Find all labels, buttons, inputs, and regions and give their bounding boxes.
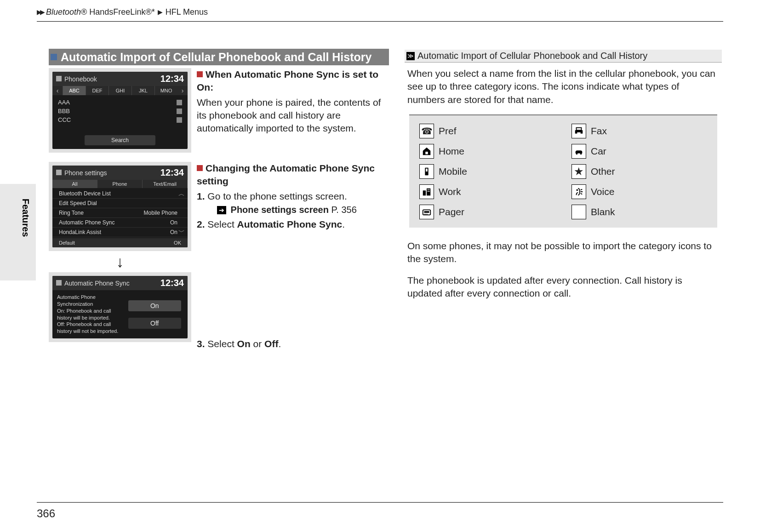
square-bullet-icon <box>197 71 203 77</box>
sidebar-title: ≫ Automatic Import of Cellular Phonebook… <box>405 50 722 63</box>
breadcrumb: ▶▶ Bluetooth ® HandsFreeLink®* ▶ HFL Men… <box>37 5 723 19</box>
triangle-icon: ▶ <box>158 8 163 16</box>
list-item[interactable]: HondaLink AssistOn <box>52 228 188 237</box>
crossref: ➔ Phone settings screen P. 356 <box>217 204 389 216</box>
pref-icon: ☎ <box>419 124 434 138</box>
triangle-icon: ▶▶ <box>37 8 43 16</box>
mobile-icon <box>419 164 434 179</box>
list-item[interactable]: BBB <box>58 107 182 115</box>
list-item[interactable]: Edit Speed Dial <box>52 199 188 208</box>
step3-post: . <box>278 338 281 349</box>
step3-off: Off <box>264 338 278 349</box>
step2-bold: Automatic Phone Sync <box>237 219 343 229</box>
svg-point-5 <box>580 153 582 155</box>
tab-mno[interactable]: MNO <box>154 86 177 95</box>
screenshot-auto-phone-sync: Automatic Phone Sync 12:34 Automatic Pho… <box>49 272 191 342</box>
svg-point-18 <box>425 214 426 215</box>
list-item[interactable]: AAA <box>58 98 182 107</box>
step3-on: On <box>237 338 251 349</box>
mobile-label: Mobile <box>439 165 467 178</box>
work-icon <box>419 184 434 199</box>
footer-rule <box>37 502 723 503</box>
double-chevron-icon: ≫ <box>406 52 415 60</box>
screen1-clock: 12:34 <box>160 74 184 84</box>
screen2-title: Phone settings <box>64 169 107 177</box>
voice-icon <box>571 184 586 199</box>
svg-rect-13 <box>429 191 430 192</box>
block2-text: Changing the Automatic Phone Sync settin… <box>197 162 389 351</box>
svg-rect-1 <box>577 128 582 131</box>
svg-point-17 <box>424 214 425 215</box>
list-item[interactable]: Automatic Phone SyncOn <box>52 218 188 228</box>
svg-point-14 <box>577 189 578 191</box>
crossref-page: P. 356 <box>331 205 357 215</box>
section-title: Automatic Import of Cellular Phonebook a… <box>49 49 389 65</box>
block1-body: When your phone is paired, the contents … <box>197 96 389 135</box>
step3-pre: Select <box>207 338 237 349</box>
voice-label: Voice <box>591 185 614 198</box>
sidebar-p2: On some phones, it may not be possible t… <box>407 240 719 266</box>
list-item[interactable]: Ring ToneMobile Phone <box>52 208 188 218</box>
chevron-left-icon[interactable]: ‹ <box>52 87 63 94</box>
step3-number: 3. <box>197 338 205 349</box>
tab-abc[interactable]: ABC <box>63 86 86 95</box>
pref-label: Pref <box>439 125 457 137</box>
default-button[interactable]: Default <box>59 240 75 246</box>
screenshot-phonebook: Phonebook 12:34 ‹ ABC DEF GHI JKL MNO › … <box>49 68 191 153</box>
block2-heading: Changing the Automatic Phone Sync settin… <box>197 163 375 186</box>
block1-heading: When Automatic Phone Sync is set to On: <box>197 69 378 92</box>
home-icon <box>419 144 434 159</box>
square-bullet-icon <box>51 54 57 60</box>
svg-rect-2 <box>577 132 580 135</box>
contact-type-icon <box>177 109 182 114</box>
sidebar-p1: When you select a name from the list in … <box>407 67 719 106</box>
svg-rect-7 <box>426 169 428 172</box>
screen3-title: Automatic Phone Sync <box>64 280 130 287</box>
fax-label: Fax <box>591 125 607 137</box>
work-label: Work <box>439 185 461 198</box>
side-tab-label: Features <box>20 199 31 237</box>
gear-icon <box>56 280 62 286</box>
tab-text-email[interactable]: Text/Email <box>143 180 188 188</box>
header-rule <box>37 21 723 22</box>
contact-type-icon <box>177 100 182 105</box>
tab-phone[interactable]: Phone <box>97 180 143 188</box>
svg-point-4 <box>576 153 578 155</box>
sidebar-p3: The phonebook is updated after every con… <box>407 274 719 300</box>
pager-label: Pager <box>439 206 464 218</box>
breadcrumb-tail: HFL Menus <box>166 7 208 17</box>
pager-icon <box>419 205 434 219</box>
list-item[interactable]: CCC <box>58 115 182 124</box>
tab-all[interactable]: All <box>52 180 97 188</box>
tab-jkl[interactable]: JKL <box>131 86 154 95</box>
ok-button[interactable]: OK <box>174 240 181 246</box>
page-number: 366 <box>37 507 55 520</box>
on-button[interactable]: On <box>128 300 181 311</box>
other-icon: ★ <box>571 164 586 179</box>
tab-ghi[interactable]: GHI <box>109 86 131 95</box>
svg-rect-12 <box>428 191 429 192</box>
chevron-up-icon[interactable]: ︿ <box>178 190 185 198</box>
screenshot-phone-settings: Phone settings 12:34 All Phone Text/Emai… <box>49 162 191 251</box>
svg-point-19 <box>427 214 428 215</box>
step2-pre: Select <box>207 219 237 229</box>
chevron-right-icon[interactable]: › <box>177 87 188 94</box>
home-label: Home <box>439 145 464 158</box>
off-button[interactable]: Off <box>128 318 181 329</box>
section-title-text: Automatic Import of Cellular Phonebook a… <box>61 51 371 64</box>
square-bullet-icon <box>197 165 203 171</box>
phone-icon <box>56 76 62 81</box>
tab-def[interactable]: DEF <box>86 86 109 95</box>
step2-number: 2. <box>197 219 205 229</box>
category-icon-table: ☎Pref Fax Home Car Mobile ★Other Work Vo… <box>409 115 717 228</box>
svg-rect-10 <box>428 189 429 190</box>
list-item[interactable]: Bluetooth Device List <box>52 189 188 199</box>
car-label: Car <box>591 145 606 158</box>
arrow-down-icon: ↓ <box>49 254 191 269</box>
contact-type-icon <box>177 117 182 123</box>
other-label: Other <box>591 165 615 178</box>
search-button[interactable]: Search <box>85 135 155 145</box>
car-icon <box>571 144 586 159</box>
step1-number: 1. <box>197 191 205 201</box>
chevron-down-icon[interactable]: ﹀ <box>178 228 185 236</box>
